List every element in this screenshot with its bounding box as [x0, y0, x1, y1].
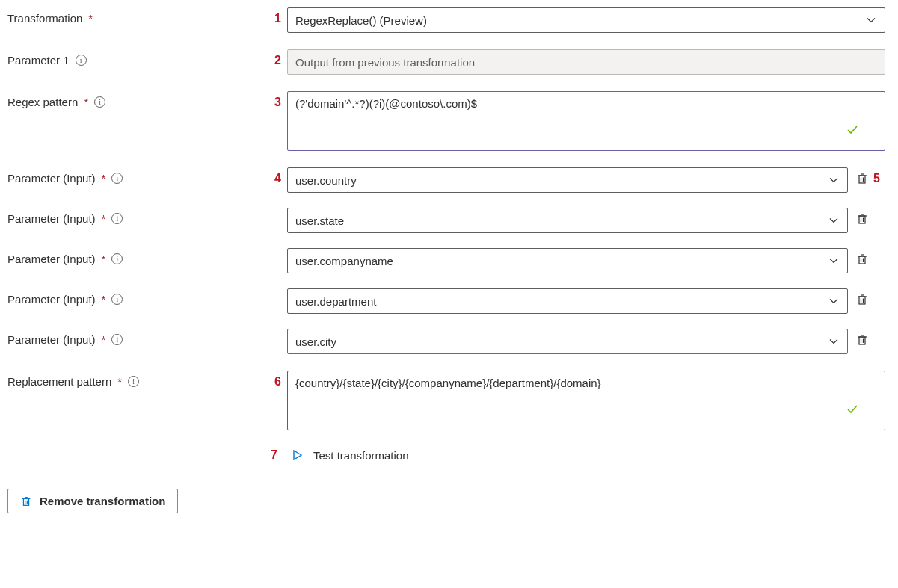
checkmark-icon [846, 98, 877, 162]
svg-rect-20 [859, 337, 865, 344]
chevron-down-icon [828, 295, 840, 307]
param-input-value: user.country [295, 174, 357, 187]
trash-icon[interactable] [855, 172, 869, 185]
param-input-select[interactable]: user.city [287, 329, 848, 354]
param-input-select[interactable]: user.companyname [287, 248, 848, 273]
callout-7: 7 [267, 448, 277, 462]
trash-icon[interactable] [855, 333, 869, 347]
label-param-input-text: Parameter (Input) [7, 172, 96, 185]
regex-pattern-value: (?'domain'^.*?)(?i)(@contoso\.com)$ [295, 97, 477, 110]
trash-icon[interactable] [855, 293, 869, 306]
required-asterisk: * [102, 253, 106, 265]
info-icon[interactable]: i [111, 173, 123, 184]
test-transformation-link[interactable]: Test transformation [313, 449, 409, 462]
remove-transformation-button[interactable]: Remove transformation [7, 489, 178, 513]
trash-icon[interactable] [855, 253, 869, 266]
trash-icon[interactable] [855, 212, 869, 226]
label-transformation-text: Transformation [7, 12, 82, 25]
replacement-pattern-input[interactable]: {country}/{state}/{city}/{companyname}/{… [287, 371, 885, 430]
label-transformation: Transformation * [7, 7, 268, 25]
regex-pattern-input[interactable]: (?'domain'^.*?)(?i)(@contoso\.com)$ [287, 91, 885, 151]
label-param-input: Parameter (Input) * i [7, 329, 268, 346]
transformation-select[interactable]: RegexReplace() (Preview) [287, 7, 885, 33]
checkmark-icon [846, 377, 877, 442]
required-asterisk: * [117, 375, 122, 388]
label-parameter1: Parameter 1 i [7, 49, 268, 66]
required-asterisk: * [102, 172, 106, 185]
callout-4: 4 [268, 167, 287, 185]
callout-3: 3 [268, 91, 287, 109]
info-icon[interactable]: i [76, 55, 87, 66]
info-icon[interactable]: i [128, 376, 139, 387]
param-input-value: user.companyname [295, 255, 393, 267]
param-input-value: user.state [295, 214, 344, 227]
chevron-down-icon [828, 174, 840, 186]
param-input-value: user.city [295, 335, 336, 348]
param-input-select[interactable]: user.department [287, 288, 848, 314]
callout-2: 2 [268, 49, 287, 67]
required-asterisk: * [88, 12, 93, 25]
play-icon[interactable] [291, 449, 303, 461]
parameter1-placeholder: Output from previous transformation [295, 56, 475, 69]
label-replacement-pattern: Replacement pattern * i [7, 371, 268, 388]
label-param-input-text: Parameter (Input) [7, 293, 96, 306]
svg-rect-10 [859, 256, 865, 264]
label-regex-pattern: Regex pattern * i [7, 91, 268, 108]
parameter1-input: Output from previous transformation [287, 49, 885, 75]
svg-rect-5 [859, 216, 865, 223]
label-param-input: Parameter (Input) * i [7, 248, 268, 265]
label-param-input: Parameter (Input) * i [7, 208, 268, 225]
info-icon[interactable]: i [111, 213, 123, 224]
chevron-down-icon [865, 14, 877, 26]
transformation-value: RegexReplace() (Preview) [295, 14, 427, 27]
info-icon[interactable]: i [111, 334, 123, 345]
replacement-pattern-value: {country}/{state}/{city}/{companyname}/{… [295, 377, 601, 389]
callout-1: 1 [268, 7, 287, 25]
label-replacement-pattern-text: Replacement pattern [7, 375, 111, 388]
info-icon[interactable]: i [111, 253, 123, 264]
svg-rect-15 [859, 297, 865, 304]
label-param-input: Parameter (Input) * i [7, 288, 268, 306]
chevron-down-icon [828, 255, 840, 267]
label-param-input-text: Parameter (Input) [7, 333, 96, 346]
required-asterisk: * [102, 333, 106, 346]
info-icon[interactable]: i [94, 96, 105, 108]
callout-5: 5 [873, 172, 880, 185]
label-parameter1-text: Parameter 1 [7, 54, 70, 66]
label-param-input-text: Parameter (Input) [7, 212, 96, 225]
param-input-select[interactable]: user.country [287, 167, 848, 193]
required-asterisk: * [84, 96, 88, 108]
svg-marker-25 [294, 451, 301, 459]
label-param-input: Parameter (Input) * i [7, 167, 268, 185]
required-asterisk: * [102, 212, 106, 225]
chevron-down-icon [828, 214, 840, 226]
label-regex-pattern-text: Regex pattern [7, 96, 78, 108]
callout-6: 6 [268, 371, 287, 389]
remove-transformation-label: Remove transformation [40, 495, 165, 507]
label-param-input-text: Parameter (Input) [7, 253, 96, 265]
info-icon[interactable]: i [111, 294, 123, 305]
trash-icon [20, 495, 32, 507]
svg-rect-0 [859, 176, 865, 183]
param-input-value: user.department [295, 295, 376, 308]
param-input-select[interactable]: user.state [287, 208, 848, 233]
required-asterisk: * [102, 293, 106, 306]
chevron-down-icon [828, 335, 840, 347]
svg-rect-26 [23, 498, 28, 505]
